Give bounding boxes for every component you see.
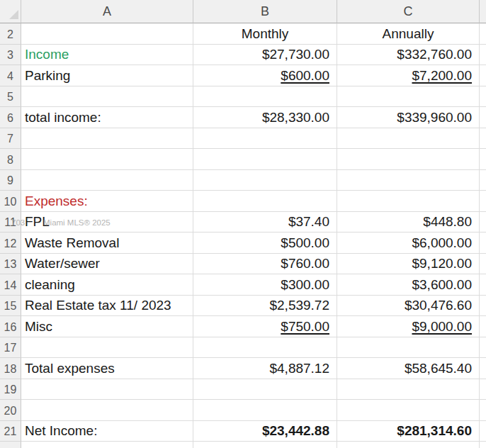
cell-c20[interactable] xyxy=(337,400,480,421)
column-header-a[interactable]: A xyxy=(21,0,193,23)
cell-a8[interactable] xyxy=(21,149,193,170)
cell-d13[interactable] xyxy=(480,254,486,275)
cell-d3[interactable] xyxy=(480,45,486,66)
cell-d8[interactable] xyxy=(480,149,486,170)
row-header-2[interactable]: 2 xyxy=(0,23,21,45)
column-header-c[interactable]: C xyxy=(337,0,480,23)
cell-b6[interactable]: $28,330.00 xyxy=(193,107,337,128)
row-header-19[interactable]: 19 xyxy=(0,379,21,401)
cell-d15[interactable] xyxy=(480,296,486,317)
cell-b16[interactable]: $750.00 xyxy=(193,316,337,337)
cell-d9[interactable] xyxy=(480,170,486,191)
cell-b12[interactable]: $500.00 xyxy=(193,233,337,254)
cell-c17[interactable] xyxy=(337,337,480,359)
cell-c22[interactable] xyxy=(337,442,480,448)
cell-b10[interactable] xyxy=(193,191,337,212)
cell-d6[interactable] xyxy=(480,107,486,128)
row-header-12[interactable]: 12 xyxy=(0,233,21,254)
cell-a9[interactable] xyxy=(21,170,193,191)
cell-c4[interactable]: $7,200.00 xyxy=(337,65,480,86)
cell-b4[interactable]: $600.00 xyxy=(193,65,337,86)
cell-d22[interactable] xyxy=(480,442,486,448)
cell-b21[interactable]: $23,442.88 xyxy=(193,421,337,442)
cell-c14[interactable]: $3,600.00 xyxy=(337,274,480,296)
cell-c7[interactable] xyxy=(337,128,480,150)
row-header-10[interactable]: 10 xyxy=(0,191,21,212)
cell-b8[interactable] xyxy=(193,149,337,170)
row-header-16[interactable]: 16 xyxy=(0,316,21,337)
cell-a17[interactable] xyxy=(21,337,193,359)
cell-b18[interactable]: $4,887.12 xyxy=(193,358,337,379)
row-header-20[interactable]: 20 xyxy=(0,400,21,421)
cell-a10[interactable]: Expenses: xyxy=(21,191,193,212)
cell-a20[interactable] xyxy=(21,400,193,421)
cell-c15[interactable]: $30,476.60 xyxy=(337,296,480,317)
cell-d10[interactable] xyxy=(480,191,486,212)
cell-c9[interactable] xyxy=(337,170,480,191)
cell-c18[interactable]: $58,645.40 xyxy=(337,358,480,379)
cell-a16[interactable]: Misc xyxy=(21,316,193,337)
row-header-8[interactable]: 8 xyxy=(0,149,21,170)
row-header-5[interactable]: 5 xyxy=(0,86,21,108)
select-all-button[interactable] xyxy=(0,0,21,23)
cell-a2[interactable] xyxy=(21,23,193,45)
cell-a14[interactable]: cleaning xyxy=(21,274,193,296)
row-header-9[interactable]: 9 xyxy=(0,170,21,191)
column-header-b[interactable]: B xyxy=(193,0,337,23)
cell-b13[interactable]: $760.00 xyxy=(193,254,337,275)
cell-a11[interactable]: FPL xyxy=(21,212,193,233)
cell-d21[interactable] xyxy=(480,421,486,442)
cell-a3[interactable]: Income xyxy=(21,45,193,66)
cell-a5[interactable] xyxy=(21,86,193,108)
cell-c12[interactable]: $6,000.00 xyxy=(337,233,480,254)
cell-c13[interactable]: $9,120.00 xyxy=(337,254,480,275)
cell-d7[interactable] xyxy=(480,128,486,150)
cell-a21[interactable]: Net Income: xyxy=(21,421,193,442)
cell-a6[interactable]: total income: xyxy=(21,107,193,128)
cell-b3[interactable]: $27,730.00 xyxy=(193,45,337,66)
cell-c5[interactable] xyxy=(337,86,480,108)
cell-d12[interactable] xyxy=(480,233,486,254)
cell-d5[interactable] xyxy=(480,86,486,108)
column-header-d-sliver[interactable] xyxy=(480,0,486,23)
row-header-17[interactable]: 17 xyxy=(0,337,21,359)
cell-c16[interactable]: $9,000.00 xyxy=(337,316,480,337)
cell-c2[interactable]: Annually xyxy=(337,23,480,45)
cell-c3[interactable]: $332,760.00 xyxy=(337,45,480,66)
cell-d18[interactable] xyxy=(480,358,486,379)
cell-a4[interactable]: Parking xyxy=(21,65,193,86)
cell-b7[interactable] xyxy=(193,128,337,150)
cell-a15[interactable]: Real Estate tax 11/ 2023 xyxy=(21,296,193,317)
cell-b14[interactable]: $300.00 xyxy=(193,274,337,296)
cell-d2[interactable] xyxy=(480,23,486,45)
cell-d16[interactable] xyxy=(480,316,486,337)
cell-b19[interactable] xyxy=(193,379,337,401)
cell-d14[interactable] xyxy=(480,274,486,296)
row-header-3[interactable]: 3 xyxy=(0,45,21,66)
row-header-7[interactable]: 7 xyxy=(0,128,21,150)
cell-a22[interactable] xyxy=(21,442,193,448)
cell-d19[interactable] xyxy=(480,379,486,401)
cell-b9[interactable] xyxy=(193,170,337,191)
cell-a13[interactable]: Water/sewer xyxy=(21,254,193,275)
cell-a7[interactable] xyxy=(21,128,193,150)
row-header-13[interactable]: 13 xyxy=(0,254,21,275)
cell-a19[interactable] xyxy=(21,379,193,401)
row-header-4[interactable]: 4 xyxy=(0,65,21,86)
row-header-14[interactable]: 14 xyxy=(0,274,21,296)
cell-c10[interactable] xyxy=(337,191,480,212)
cell-c19[interactable] xyxy=(337,379,480,401)
row-header-21[interactable]: 21 xyxy=(0,421,21,442)
row-header-18[interactable]: 18 xyxy=(0,358,21,379)
cell-a12[interactable]: Waste Removal xyxy=(21,233,193,254)
cell-b11[interactable]: $37.40 xyxy=(193,212,337,233)
cell-b5[interactable] xyxy=(193,86,337,108)
cell-c6[interactable]: $339,960.00 xyxy=(337,107,480,128)
cell-d17[interactable] xyxy=(480,337,486,359)
cell-b17[interactable] xyxy=(193,337,337,359)
cell-c11[interactable]: $448.80 xyxy=(337,212,480,233)
row-header-6[interactable]: 6 xyxy=(0,107,21,128)
cell-b20[interactable] xyxy=(193,400,337,421)
row-header-15[interactable]: 15 xyxy=(0,296,21,317)
cell-c21[interactable]: $281,314.60 xyxy=(337,421,480,442)
